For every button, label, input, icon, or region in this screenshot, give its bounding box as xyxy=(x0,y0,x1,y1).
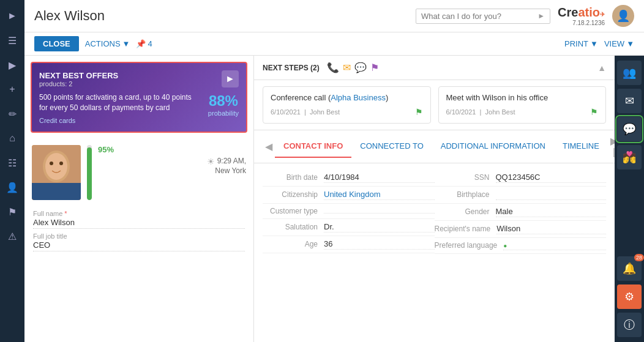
nav-flag-icon[interactable]: ⚑ xyxy=(2,202,22,221)
activity-link-1[interactable]: Alpha Business xyxy=(331,93,386,102)
rs-chat-icon[interactable]: 💬 xyxy=(617,117,642,141)
next-steps-header: NEXT STEPS (2) 📞 ✉ 💬 ⚑ ▲ xyxy=(254,56,615,80)
nav-play-icon[interactable]: ▶ xyxy=(2,55,22,75)
view-button[interactable]: VIEW ▼ xyxy=(604,39,634,48)
nav-alert-icon[interactable]: ⚠ xyxy=(2,226,22,246)
email-step-icon[interactable]: ✉ xyxy=(343,62,351,73)
nav-list-icon[interactable]: ☷ xyxy=(2,153,22,173)
recipients-name-value[interactable]: Wilson xyxy=(496,224,606,234)
customer-type-value[interactable] xyxy=(324,212,435,214)
tab-additional-info[interactable]: ADDITIONAL INFORMATION xyxy=(432,135,554,158)
gender-label: Gender xyxy=(435,207,496,216)
nbo-title: NEXT BEST OFFERS xyxy=(39,71,118,80)
tab-contact-info[interactable]: CONTACT INFO xyxy=(275,135,351,158)
contact-photo xyxy=(32,145,81,200)
ssn-value[interactable]: QQ123456C xyxy=(496,173,607,183)
svg-rect-5 xyxy=(32,183,81,200)
salutation-value[interactable]: Dr. xyxy=(324,222,435,232)
recipients-name-label: Recipient's name xyxy=(435,225,497,233)
birth-date-row: Birth date 4/10/1984 xyxy=(263,169,435,187)
rs-gear-icon[interactable]: ⚙ xyxy=(617,284,642,309)
birth-date-value[interactable]: 4/10/1984 xyxy=(324,173,435,183)
left-panel: NEXT BEST OFFERS products: 2 ► 500 point… xyxy=(24,56,254,342)
progress-percent: 95% xyxy=(98,145,246,154)
preferred-language-value[interactable]: ● xyxy=(503,242,606,250)
tabs-bar: ◀ CONTACT INFO CONNECTED TO ADDITIONAL I… xyxy=(254,130,615,163)
gender-value[interactable]: Male xyxy=(496,207,607,217)
svg-point-2 xyxy=(45,153,67,180)
salutation-row: Salutation Dr. xyxy=(263,219,435,236)
nav-person-icon[interactable]: 👤 xyxy=(2,177,22,197)
job-title-value[interactable]: CEO xyxy=(33,240,245,251)
tab-next-button[interactable]: ▶ | xyxy=(608,130,615,163)
search-bar[interactable]: ► xyxy=(416,9,550,24)
avatar[interactable]: 👤 xyxy=(612,5,634,27)
pin-badge[interactable]: 📌 4 xyxy=(136,39,152,48)
age-label: Age xyxy=(263,240,324,248)
nbo-description: 500 points for activating a card, up to … xyxy=(39,92,198,113)
nav-chart-icon[interactable]: ✏ xyxy=(2,104,22,124)
flag-step-icon[interactable]: ⚑ xyxy=(370,62,379,73)
birthplace-label: Birthplace xyxy=(435,190,496,199)
chat-step-icon[interactable]: 💬 xyxy=(354,62,367,73)
search-input[interactable] xyxy=(421,12,535,21)
citizenship-value[interactable]: United Kingdom xyxy=(324,190,435,200)
page-title: Alex Wilson xyxy=(34,8,105,24)
recipients-name-row: Recipient's name Wilson xyxy=(435,221,607,238)
activity-meta-2: 6/10/2021 | John Best ⚑ xyxy=(446,107,599,117)
phone-step-icon[interactable]: 📞 xyxy=(327,62,339,73)
search-icon: ► xyxy=(537,12,545,20)
svg-point-4 xyxy=(59,162,63,165)
contact-card: 95% ☀ 9:29 AM, New York xyxy=(24,139,253,206)
close-button[interactable]: CLOSE xyxy=(34,36,79,51)
nbo-desc-group: 500 points for activating a card, up to … xyxy=(39,92,198,124)
nav-expand-icon[interactable]: ► xyxy=(2,6,22,26)
toolbar: CLOSE ACTIONS ▼ 📌 4 PRINT ▼ VIEW ▼ xyxy=(24,32,644,56)
rs-help-icon[interactable]: ⓘ xyxy=(617,313,642,337)
creatio-logo: Creatio✈ 7.18.2.1236 xyxy=(558,6,605,26)
nbo-products: products: 2 xyxy=(39,80,118,87)
ssn-row: SSN QQ123456C xyxy=(435,169,607,187)
tab-timeline[interactable]: TIMELINE xyxy=(554,135,608,158)
customer-type-row: Customer type xyxy=(263,204,435,219)
header: Alex Wilson ► Creatio✈ 7.18.2.1236 👤 xyxy=(24,0,644,32)
nbo-card[interactable]: NEXT BEST OFFERS products: 2 ► 500 point… xyxy=(31,62,247,133)
activity-card: Conference call (Alpha Business) 6/10/20… xyxy=(263,86,431,124)
left-detail-col: Birth date 4/10/1984 Citizenship United … xyxy=(263,169,435,336)
right-sidebar: 👥 ✉ 💬 💏 28 🔔 ⚙ ⓘ xyxy=(615,56,644,342)
nbo-title-group: NEXT BEST OFFERS products: 2 xyxy=(39,71,118,87)
citizenship-label: Citizenship xyxy=(263,190,324,199)
activity-cards: Conference call (Alpha Business) 6/10/20… xyxy=(254,80,615,130)
progress-bar xyxy=(87,145,92,200)
activity-title-1: Conference call (Alpha Business) xyxy=(271,93,423,102)
chevron-down-icon: ▼ xyxy=(122,39,130,48)
next-steps-title: NEXT STEPS (2) xyxy=(263,64,320,72)
collapse-icon[interactable]: ▲ xyxy=(597,63,606,73)
rs-bell-icon[interactable]: 28 🔔 xyxy=(617,256,642,281)
tab-prev-button[interactable]: ◀ xyxy=(263,136,275,157)
activity-flag-icon-2[interactable]: ⚑ xyxy=(590,107,598,117)
left-sidebar: ► ☰ ▶ + ✏ ⌂ ☷ 👤 ⚑ ⚠ xyxy=(0,0,24,342)
tab-connected-to[interactable]: CONNECTED TO xyxy=(351,135,432,158)
nav-home-icon[interactable]: ⌂ xyxy=(2,128,22,148)
contact-time: 9:29 AM, xyxy=(217,157,246,165)
nbo-next-arrow-icon[interactable]: ► xyxy=(222,70,239,87)
nav-menu-icon[interactable]: ☰ xyxy=(2,31,22,50)
birth-date-label: Birth date xyxy=(263,173,324,182)
body-layout: NEXT BEST OFFERS products: 2 ► 500 point… xyxy=(24,56,644,342)
rs-email-icon[interactable]: ✉ xyxy=(617,89,642,113)
actions-button[interactable]: ACTIONS ▼ xyxy=(85,39,130,48)
print-button[interactable]: PRINT ▼ xyxy=(564,39,598,48)
notification-badge: 28 xyxy=(634,254,644,261)
nbo-prob-label: probability xyxy=(208,110,239,117)
rs-people-icon[interactable]: 👥 xyxy=(617,61,642,85)
nav-add-icon[interactable]: + xyxy=(2,80,22,99)
full-name-value[interactable]: Alex Wilson xyxy=(33,218,245,229)
right-panel: NEXT STEPS (2) 📞 ✉ 💬 ⚑ ▲ Conference call… xyxy=(254,56,615,342)
rs-speech-icon[interactable]: 💏 xyxy=(617,145,642,169)
age-value[interactable]: 36 xyxy=(324,239,435,250)
activity-title-2: Meet with Wilson in his office xyxy=(446,93,599,102)
birthplace-value[interactable] xyxy=(496,190,607,200)
activity-flag-icon-1[interactable]: ⚑ xyxy=(415,107,423,117)
step-icons: 📞 ✉ 💬 ⚑ xyxy=(327,62,379,73)
